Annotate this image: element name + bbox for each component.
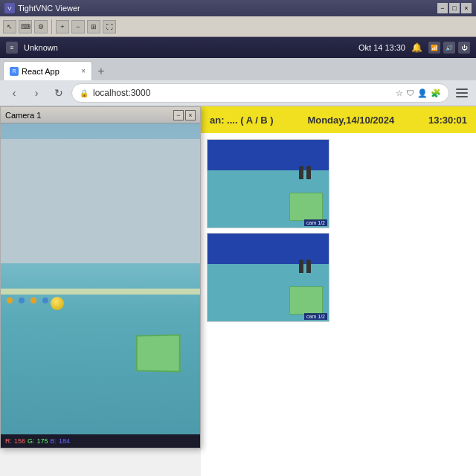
nav-back-button[interactable]: ‹ [4,83,24,103]
react-banner: an: .... ( A / B ) Monday,14/10/2024 13:… [201,106,476,133]
remote-host-label: Unknown [24,43,58,52]
camera-title-text: Camera 1 [5,111,41,120]
camera-1-window: Camera 1 − × [0,106,201,448]
thumb-label-2: cam 1/2 [304,313,327,320]
pool-structure [1,139,200,263]
remote-topbar-right: Okt 14 13:30 🔔 📶 🔊 ⏻ [358,42,470,54]
vnc-title-text: TightVNC Viewer [18,4,80,13]
tab-close-button[interactable]: × [81,67,86,75]
float-marker-blue-2 [42,298,48,303]
vnc-window-controls: − □ × [437,3,472,13]
remote-bell-icon: 🔔 [411,42,422,53]
react-app-content: an: .... ( A / B ) Monday,14/10/2024 13:… [201,106,476,476]
float-marker-orange-1 [7,298,13,303]
remote-tray-icons: 📶 🔊 ⏻ [428,42,470,54]
pool-green-box [136,335,181,373]
bookmark-icon[interactable]: ☆ [396,89,403,98]
extension-icon: 🧩 [431,89,441,98]
status-rgb-values: R: 156 G: 175 B: 184 [5,437,70,445]
vnc-app-icon: V [4,3,15,13]
vnc-tool-fit[interactable]: ⊞ [87,20,100,33]
vnc-minimize-button[interactable]: − [437,3,448,13]
vnc-titlebar: V TightVNC Viewer − □ × [0,0,476,16]
pool-yellow-ball [51,297,64,310]
react-banner-time: 13:30:01 [428,115,467,126]
float-marker-orange-2 [30,298,36,303]
thumb-person-1a [299,166,303,179]
thumb-person-1b [306,166,311,179]
camera-1-feed [1,123,200,434]
camera-thumb-1[interactable]: cam 1/2 [207,139,329,228]
tray-volume-icon: 🔊 [443,42,455,54]
menu-line-1 [456,89,468,90]
tray-power-icon: ⏻ [458,42,470,54]
pool-float-markers [1,298,200,303]
address-text: localhost:3000 [93,88,150,98]
browser-navbar: ‹ › ↻ 🔒 localhost:3000 ☆ 🛡 👤 🧩 [0,80,476,106]
remote-topbar: ≡ Unknown Okt 14 13:30 🔔 📶 🔊 ⏻ [0,37,476,58]
vnc-viewer-window: V TightVNC Viewer − □ × ↖ ⌨ ⚙ + − ⊞ ⛶ ≡ … [0,0,476,476]
thumb-people-2 [299,260,311,273]
camera-statusbar: R: 156 G: 175 B: 184 [1,434,200,448]
g-value: 175 [37,437,48,445]
browser-window: R React App × + ‹ › ↻ 🔒 localhost:3000 [0,58,476,476]
vnc-tool-zoom-in[interactable]: + [56,20,69,33]
camera-close-button[interactable]: × [185,110,196,120]
menu-line-3 [456,96,468,97]
camera-titlebar: Camera 1 − × [1,107,200,123]
r-value: 156 [14,437,25,445]
camera-thumb-2[interactable]: cam 1/2 [207,233,329,322]
remote-start-icon[interactable]: ≡ [6,42,18,54]
tray-network-icon: 📶 [428,42,440,54]
browser-chrome: R React App × + ‹ › ↻ 🔒 localhost:3000 [0,58,476,106]
thumb-green-box-1 [289,193,323,221]
vnc-toolbar-sep1 [51,19,52,34]
react-banner-date: Monday,14/10/2024 [307,115,394,126]
browser-menu-button[interactable] [452,83,472,103]
remote-desktop-area: ≡ Unknown Okt 14 13:30 🔔 📶 🔊 ⏻ [0,37,476,476]
browser-content: Camera 1 − × [0,106,476,476]
vnc-title-left: V TightVNC Viewer [4,3,80,13]
thumb-label-1: cam 1/2 [304,219,327,226]
thumb-person-2b [306,260,311,273]
vnc-tool-pointer[interactable]: ↖ [3,20,16,33]
new-tab-button[interactable]: + [92,62,110,80]
vnc-toolbar: ↖ ⌨ ⚙ + − ⊞ ⛶ [0,16,476,37]
tab-favicon: R [10,67,19,76]
nav-reload-button[interactable]: ↻ [49,83,68,103]
g-label: G: [28,437,35,445]
b-value: 184 [59,437,70,445]
vnc-tool-zoom-out[interactable]: − [71,20,85,33]
profile-icon: 👤 [417,89,428,98]
thumb-person-2a [299,260,303,273]
b-label: B: [51,437,57,445]
address-bar[interactable]: 🔒 localhost:3000 ☆ 🛡 👤 🧩 [71,83,449,103]
r-label: R: [5,437,12,445]
thumb-green-box-2 [289,286,323,315]
address-bar-icons: ☆ 🛡 👤 🧩 [396,89,441,98]
react-cameras-list: cam 1/2 cam 1/2 [201,133,476,328]
vnc-remote-desktop: ≡ Unknown Okt 14 13:30 🔔 📶 🔊 ⏻ [0,37,476,476]
tab-label: React App [22,67,60,76]
camera-window-controls: − × [173,110,196,120]
vnc-tool-settings[interactable]: ⚙ [34,20,48,33]
remote-datetime: Okt 14 13:30 [358,43,405,52]
vnc-maximize-button[interactable]: □ [449,3,460,13]
pool-scene [1,123,200,434]
browser-tabbar: R React App × + [0,58,476,80]
browser-tab-react[interactable]: R React App × [3,61,92,80]
vnc-tool-fullscreen[interactable]: ⛶ [103,20,116,33]
vnc-tool-keyboard[interactable]: ⌨ [19,20,32,33]
pool-edge [1,289,200,295]
react-banner-text: an: .... ( A / B ) [210,115,274,126]
thumb-people-1 [299,166,311,179]
vnc-close-button[interactable]: × [461,3,472,13]
float-marker-blue-1 [19,298,25,303]
camera-minimize-button[interactable]: − [173,110,184,120]
menu-line-2 [456,92,468,94]
address-lock-icon: 🔒 [80,89,89,97]
shield-icon: 🛡 [406,89,414,97]
remote-topbar-left: ≡ Unknown [6,42,58,54]
nav-forward-button[interactable]: › [27,83,46,103]
